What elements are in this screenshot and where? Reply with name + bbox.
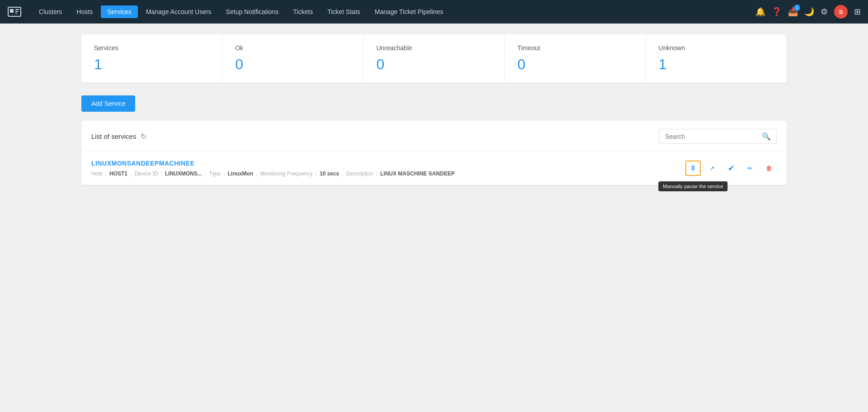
check-service-button[interactable]: ✔: [723, 161, 739, 176]
stat-value-unreachable: 0: [376, 56, 491, 73]
stat-card-unknown: Unknown 1: [646, 34, 787, 83]
pause-icon: ⏸: [689, 164, 697, 172]
list-header: List of services ↻ 🔍: [81, 121, 787, 152]
refresh-icon[interactable]: ↻: [141, 132, 146, 141]
type-value: LinuxMon: [227, 170, 253, 177]
stat-label-unreachable: Unreachable: [376, 44, 491, 52]
device-id-label: Device ID: [134, 170, 158, 177]
toolbar-row: Add Service: [81, 95, 787, 112]
freq-value: 10 secs: [320, 170, 339, 177]
edit-icon: ✏: [747, 165, 753, 172]
stat-value-services: 1: [94, 56, 209, 73]
help-icon[interactable]: ❓: [772, 7, 782, 17]
check-icon: ✔: [728, 163, 735, 173]
stat-label-ok: Ok: [235, 44, 350, 52]
stat-value-unknown: 1: [659, 56, 774, 73]
nav-item-services[interactable]: Services: [101, 5, 138, 18]
search-icon: 🔍: [762, 132, 771, 141]
stat-value-timeout: 0: [518, 56, 633, 73]
meta-separator-3: :: [223, 170, 225, 177]
svg-rect-1: [10, 9, 14, 13]
list-title: List of services ↻: [91, 132, 146, 141]
download-icon[interactable]: 📥 1: [788, 7, 798, 17]
separator-1: ,: [130, 170, 132, 177]
separator-4: ,: [342, 170, 343, 177]
settings-icon[interactable]: ⚙: [821, 7, 828, 17]
service-name[interactable]: LINUXMONSANDEEPMACHINEE: [91, 160, 455, 167]
stat-label-timeout: Timeout: [518, 44, 633, 52]
edit-service-button[interactable]: ✏: [742, 161, 758, 176]
nav-item-ticket-stats[interactable]: Ticket Stats: [321, 5, 367, 18]
trash-icon: 🗑: [766, 165, 772, 172]
nav-item-manage-pipelines[interactable]: Manage Ticket Pipelines: [368, 5, 450, 18]
nav-item-setup-notifications[interactable]: Setup Notifications: [220, 5, 285, 18]
nav-actions: 🔔 ❓ 📥 1 🌙 ⚙ S ⊞: [755, 5, 861, 19]
meta-separator-5: :: [376, 170, 377, 177]
stat-label-services: Services: [94, 44, 209, 52]
service-actions: ⏸ Manually pause the service ↗ ✔ ✏ 🗑: [685, 161, 777, 176]
desc-value: LINUX MASCHINE SANDEEP: [380, 170, 455, 177]
stat-card-unreachable: Unreachable 0: [363, 34, 505, 83]
nav-item-hosts[interactable]: Hosts: [70, 5, 99, 18]
theme-icon[interactable]: 🌙: [804, 7, 814, 17]
pause-tooltip: Manually pause the service: [658, 181, 727, 191]
stats-row: Services 1 Ok 0 Unreachable 0 Timeout 0 …: [81, 34, 787, 83]
nav-item-clusters[interactable]: Clusters: [33, 5, 68, 18]
bell-icon[interactable]: 🔔: [755, 7, 765, 17]
search-input[interactable]: [665, 133, 758, 140]
stat-card-ok: Ok 0: [222, 34, 363, 83]
type-label: Type: [209, 170, 221, 177]
pause-service-button[interactable]: ⏸: [685, 161, 701, 176]
grid-icon[interactable]: ⊞: [854, 7, 861, 17]
desc-label: Description: [346, 170, 373, 177]
stat-label-unknown: Unknown: [659, 44, 774, 52]
separator-3: ,: [256, 170, 257, 177]
top-navigation: Clusters Hosts Services Manage Account U…: [0, 0, 868, 24]
host-value: HOST1: [109, 170, 127, 177]
list-section: List of services ↻ 🔍 LINUXMONSANDEEPMACH…: [81, 121, 787, 185]
meta-separator-1: :: [105, 170, 107, 177]
app-logo: [7, 5, 22, 19]
device-id-value: LINUXMONS...: [165, 170, 202, 177]
stat-card-timeout: Timeout 0: [505, 34, 646, 83]
external-link-icon: ↗: [709, 165, 715, 172]
separator-2: ,: [205, 170, 206, 177]
stat-card-services: Services 1: [81, 34, 222, 83]
freq-label: Monitoring Frequency: [260, 170, 312, 177]
service-item: LINUXMONSANDEEPMACHINEE Host : HOST1 , D…: [81, 152, 787, 185]
notification-badge: 1: [794, 5, 800, 11]
nav-items-list: Clusters Hosts Services Manage Account U…: [33, 5, 755, 18]
meta-separator-2: :: [160, 170, 162, 177]
search-box: 🔍: [659, 129, 777, 144]
service-meta: Host : HOST1 , Device ID : LINUXMONS... …: [91, 170, 455, 177]
nav-item-tickets[interactable]: Tickets: [287, 5, 319, 18]
list-title-text: List of services: [91, 133, 136, 140]
nav-item-manage-users[interactable]: Manage Account Users: [140, 5, 218, 18]
delete-service-button[interactable]: 🗑: [761, 161, 777, 176]
add-service-button[interactable]: Add Service: [81, 95, 135, 112]
main-content: Services 1 Ok 0 Unreachable 0 Timeout 0 …: [0, 24, 868, 412]
user-avatar[interactable]: S: [834, 5, 848, 19]
meta-separator-4: :: [316, 170, 317, 177]
stat-value-ok: 0: [235, 56, 350, 73]
host-label: Host: [91, 170, 103, 177]
service-info: LINUXMONSANDEEPMACHINEE Host : HOST1 , D…: [91, 160, 455, 177]
open-external-button[interactable]: ↗: [704, 161, 720, 176]
